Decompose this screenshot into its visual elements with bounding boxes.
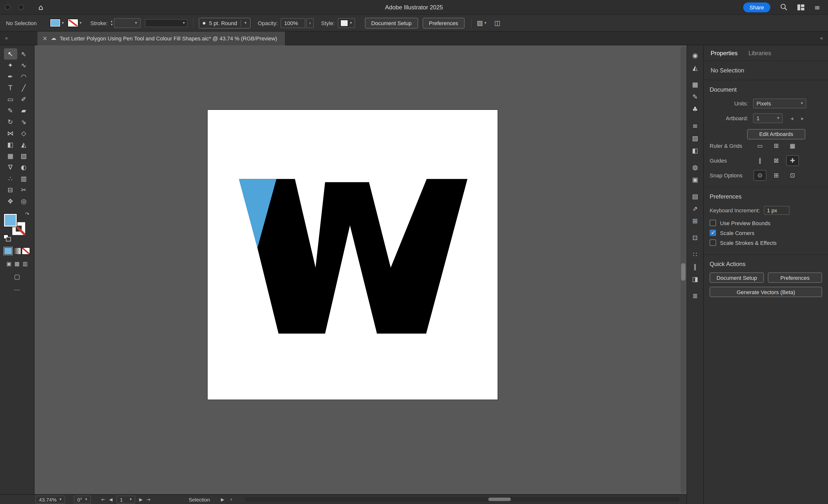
shape-builder-tool[interactable]: ◧ [4,139,17,150]
transparency-icon[interactable]: ◧ [689,144,702,157]
style-dropdown[interactable]: ▾ [338,18,355,28]
close-tab-icon[interactable]: × [42,35,47,42]
width-tool[interactable]: ⋈ [4,128,17,139]
checkbox[interactable] [710,239,716,246]
edit-toolbar-button[interactable]: ⋯ [14,286,20,293]
next-artboard-button[interactable]: ▶ [139,497,142,502]
checkbox[interactable] [710,230,716,236]
first-artboard-button[interactable]: ⇤ [101,497,105,502]
show-grid-icon[interactable]: ⊞ [770,141,782,151]
menu-icon[interactable]: ≡ [815,3,820,11]
collapse-toolbar-icon[interactable]: « [0,35,13,41]
export-icon[interactable]: ⇗ [689,202,702,215]
layers-icon[interactable]: ▤ [689,190,702,202]
hand-tool[interactable]: ✥ [4,195,17,207]
window-minimize-button[interactable] [18,4,24,10]
use-preview-bounds-checkbox[interactable]: Use Preview Bounds [710,220,822,226]
type-tool[interactable]: T [4,82,17,94]
screen-mode-button[interactable]: ▢ [14,273,20,280]
horizontal-scrollbar-thumb[interactable] [489,498,511,501]
generate-vectors-button[interactable]: Generate Vectors (Beta) [710,287,822,297]
eyedropper-tool[interactable]: ∇ [4,162,17,173]
rotate-tool[interactable]: ↻ [4,116,17,128]
align-icon[interactable]: ∥ [689,261,702,273]
none-mode-button[interactable] [22,248,30,254]
home-icon[interactable]: ⌂ [38,3,43,11]
scale-strokes-effects-checkbox[interactable]: Scale Strokes & Effects [710,239,822,246]
artboard-number-dropdown[interactable]: 1 ▾ [116,495,135,503]
previous-artboard-button[interactable]: ◀ [109,497,113,502]
draw-behind-icon[interactable]: ▩ [14,261,20,267]
previous-artboard-icon[interactable]: ◂ [790,115,793,122]
variable-width-profile-dropdown[interactable]: ▾ [145,19,188,27]
history-icon[interactable]: ≣ [689,290,702,302]
color-guide-icon[interactable]: ◭ [689,61,702,74]
stroke-icon[interactable]: ≡ [689,120,702,132]
column-graph-tool[interactable]: ▥ [17,173,30,184]
artboard-tool[interactable]: ⊟ [4,184,17,195]
share-button[interactable]: Share [743,2,771,12]
swatches-icon[interactable]: ▦ [689,78,702,91]
comments-icon[interactable]: ⊡ [689,232,702,244]
stroke-weight-dropdown[interactable]: ▾ [114,18,140,28]
step-down-icon[interactable]: ▾ [111,23,113,26]
symbols-icon[interactable]: ♣ [689,103,702,115]
zoom-level-dropdown[interactable]: 43.74% ▾ [36,495,65,503]
vertical-scrollbar-thumb[interactable] [681,263,686,281]
preferences-button[interactable]: Preferences [422,17,464,28]
tab-libraries[interactable]: Libraries [748,49,771,56]
arrange-documents-icon[interactable]: ◫ [494,19,500,27]
workspace-switcher-icon[interactable] [798,4,804,10]
step-up-icon[interactable]: ▴ [111,19,113,23]
rectangle-tool[interactable]: ▭ [4,94,17,105]
color-icon[interactable]: ◉ [689,49,702,61]
document-setup-button[interactable]: Document Setup [710,272,764,283]
artboards-icon[interactable]: ⊞ [689,215,702,227]
canvas[interactable] [35,45,687,494]
fill-color-control[interactable]: ▾ [50,19,64,27]
artboard-dropdown[interactable]: 1 ▾ [753,113,783,123]
stroke-color-control[interactable]: ▾ [68,19,82,27]
units-dropdown[interactable]: Pixels ▾ [753,98,806,108]
draw-inside-icon[interactable]: ▥ [23,261,28,267]
snap-to-point-icon[interactable]: ⊙ [754,171,766,180]
smart-guides-icon[interactable]: ✚ [787,156,798,166]
magic-wand-tool[interactable]: ✦ [4,60,17,71]
search-icon[interactable] [780,3,788,11]
swap-fill-stroke-icon[interactable]: ↷ [25,211,29,217]
snap-options-icon[interactable]: ▨ [477,19,483,27]
letter-w-shape[interactable] [240,179,467,334]
scale-corners-checkbox[interactable]: Scale Corners [710,230,822,236]
blend-tool[interactable]: ◐ [17,162,30,173]
line-segment-tool[interactable]: ╱ [17,82,30,94]
chevron-down-icon[interactable]: ▾ [484,21,486,25]
document-setup-button[interactable]: Document Setup [365,17,418,28]
symbol-sprayer-tool[interactable]: ∴ [4,173,17,184]
transform-icon[interactable]: ∷ [689,248,702,261]
snap-to-grid-icon[interactable]: ⊞ [770,171,782,180]
draw-normal-icon[interactable]: ▣ [6,261,11,267]
stroke-weight-stepper[interactable]: ▴ ▾ [111,19,113,26]
chevron-down-icon[interactable]: ▾ [62,21,64,25]
zoom-tool[interactable]: ◎ [17,195,30,207]
selection-tool[interactable]: ↖ [4,48,17,60]
edit-artboards-button[interactable]: Edit Artboards [747,129,805,139]
curvature-tool[interactable]: ◠ [17,71,30,82]
color-mode-button[interactable] [4,248,12,254]
pencil-tool[interactable]: ✎ [4,105,17,116]
eraser-tool[interactable]: ▰ [17,105,30,116]
gradient-mode-button[interactable] [13,248,21,254]
gradient-icon[interactable]: ▧ [689,132,702,144]
direct-selection-tool[interactable]: ⇖ [17,48,30,60]
artboard[interactable] [208,110,498,400]
horizontal-scrollbar[interactable] [245,497,679,502]
brushes-icon[interactable]: ✎ [689,91,702,103]
keyboard-increment-field[interactable]: 1 px [764,206,790,215]
window-close-button[interactable] [5,4,10,10]
graphic-styles-icon[interactable]: ▣ [689,173,702,186]
appearance-icon[interactable]: ◍ [689,161,702,173]
checkbox[interactable] [710,220,716,226]
gradient-tool[interactable]: ▧ [17,150,30,162]
lock-guides-icon[interactable]: ⊠ [770,156,782,166]
next-artboard-icon[interactable]: ▸ [801,115,804,122]
